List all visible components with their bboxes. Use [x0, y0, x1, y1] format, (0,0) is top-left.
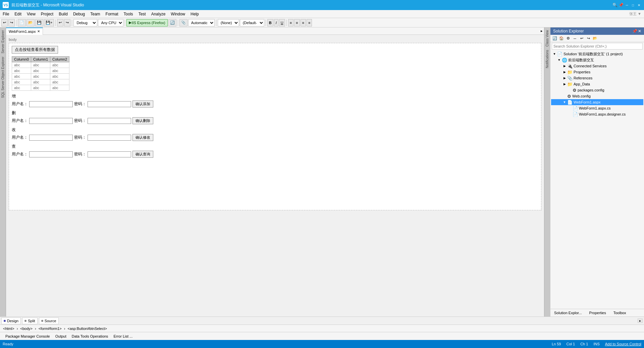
menu-window[interactable]: Window — [168, 10, 188, 18]
update-username-input[interactable] — [29, 135, 73, 141]
toolbar-save-all-btn[interactable]: 💾+ — [44, 19, 54, 26]
cs-expand-icon[interactable]: ▶ — [562, 63, 567, 69]
debug-config-dropdown[interactable]: Debug Release — [73, 19, 97, 26]
sol-refresh-btn[interactable]: 🔄 — [552, 36, 558, 42]
refresh-btn[interactable]: 🔄 — [168, 19, 176, 26]
breadcrumb-html[interactable]: <html> — [1, 326, 16, 331]
refs-expand-icon[interactable]: ▶ — [562, 75, 567, 81]
sol-pin-icon[interactable]: 📌 — [632, 29, 637, 33]
run-button[interactable]: ▶ IIS Express (Firefox) — [126, 19, 167, 26]
menu-help[interactable]: Help — [188, 10, 202, 18]
connected-services-item[interactable]: ▶ 🔌 Connected Services — [551, 63, 643, 69]
app-data-item[interactable]: ▶ 📁 App_Data — [551, 81, 643, 87]
query-password-input[interactable] — [88, 151, 131, 157]
delete-username-input[interactable] — [29, 118, 73, 124]
web-config-item[interactable]: ⚙ Web.config — [551, 93, 643, 99]
menu-view[interactable]: View — [24, 10, 38, 18]
menu-tools[interactable]: Tools — [121, 10, 136, 18]
webform-tab[interactable]: WebForm1.aspx ✕ — [6, 27, 43, 35]
source-tab[interactable]: Source — [39, 318, 59, 324]
toolbar-redo-btn[interactable]: ↪ — [64, 19, 70, 26]
toolbar-new-btn[interactable]: 📄 — [18, 19, 26, 26]
solution-expand-icon[interactable]: ▼ — [552, 51, 557, 57]
toolbar-undo-btn[interactable]: ↩ — [57, 19, 63, 26]
toolbar-open-btn[interactable]: 📂 — [26, 19, 35, 26]
class-view-tab[interactable]: Class View — [545, 29, 550, 48]
sol-toolbox-tab[interactable]: Toolbox — [610, 310, 629, 316]
align-right-btn[interactable]: ≡ — [301, 19, 306, 26]
source-control-btn[interactable]: Add to Source Control — [605, 342, 641, 346]
error-list-tab[interactable]: Error List ... — [111, 332, 135, 340]
data-tools-tab[interactable]: Data Tools Operations — [69, 332, 111, 340]
package-manager-tab[interactable]: Package Manager Console — [3, 332, 53, 340]
sol-expand-btn[interactable]: ↪ — [585, 36, 591, 42]
menu-edit[interactable]: Edit — [12, 10, 24, 18]
properties-item[interactable]: ▶ 📁 Properties — [551, 69, 643, 75]
webform-designer-item[interactable]: 📄 WebForm1.aspx.designer.cs — [551, 111, 643, 117]
design-tab[interactable]: Design — [1, 318, 21, 324]
delete-confirm-button[interactable]: 确认删除 — [132, 117, 153, 124]
sol-collapse-btn[interactable]: ─ — [572, 36, 578, 42]
minimize-button[interactable]: ─ — [625, 3, 629, 7]
breadcrumb-form[interactable]: <form#form1> — [37, 326, 63, 331]
menu-team[interactable]: Team — [88, 10, 103, 18]
sol-home-btn[interactable]: 🏠 — [558, 36, 565, 42]
default-dropdown[interactable]: (Default- — [240, 19, 264, 26]
search-icon[interactable]: 🔍 — [612, 3, 617, 7]
references-item[interactable]: ▶ 📎 References — [551, 75, 643, 81]
underline-btn[interactable]: U — [279, 19, 285, 26]
solution-search-input[interactable] — [552, 43, 643, 50]
packages-config-item[interactable]: ⚙ packages.config — [551, 87, 643, 93]
breadcrumb-body[interactable]: <body> — [18, 326, 34, 331]
sol-open-btn[interactable]: 📂 — [592, 36, 598, 42]
align-left-btn[interactable]: ≡ — [288, 19, 293, 26]
toolbar-save-btn[interactable]: 💾 — [35, 19, 43, 26]
notifications-tab[interactable]: Notifications — [545, 49, 550, 69]
bold-btn[interactable]: B — [267, 19, 273, 26]
breadcrumb-button[interactable]: <asp:Button#btnSelect> — [66, 326, 108, 331]
menu-build[interactable]: Build — [56, 10, 70, 18]
sql-explorer-tab[interactable]: SQL Server Object Explorer — [0, 55, 5, 99]
app-data-expand-icon[interactable]: ▶ — [562, 81, 567, 87]
project-expand-icon[interactable]: ▼ — [556, 57, 562, 63]
sol-properties-tab[interactable]: Properties — [586, 310, 609, 316]
output-tab[interactable]: Output — [53, 332, 69, 340]
more-btn[interactable]: ≡ — [307, 19, 312, 26]
close-tab-icon[interactable]: ✕ — [37, 29, 40, 33]
maximize-button[interactable]: □ — [631, 3, 635, 7]
toolbar-forward-btn[interactable]: ↪ — [8, 19, 15, 26]
update-password-input[interactable] — [88, 135, 131, 141]
format-dropdown[interactable]: Automatic — [188, 19, 215, 26]
platform-dropdown[interactable]: Any CPU — [98, 19, 123, 26]
props-expand-icon[interactable]: ▶ — [562, 69, 567, 75]
user-profile[interactable]: 张王 ▼ — [627, 11, 644, 16]
webform-cs-item[interactable]: 📄 WebForm1.aspx.cs — [551, 105, 643, 111]
add-confirm-button[interactable]: 确认添加 — [132, 100, 153, 108]
solution-root-item[interactable]: ▼ 📄 Solution '前后端数据交互' (1 project) — [551, 51, 643, 57]
wf-expand-icon[interactable]: ▼ — [562, 99, 567, 105]
delete-password-input[interactable] — [88, 118, 131, 124]
scroll-right-btn[interactable]: ▸ — [638, 319, 643, 323]
attach-btn[interactable]: 📎 — [179, 19, 187, 26]
menu-test[interactable]: Test — [136, 10, 149, 18]
split-tab[interactable]: Split — [22, 318, 37, 324]
project-item[interactable]: ▼ 🌐 前后端数据交互 — [551, 57, 643, 63]
add-username-input[interactable] — [29, 101, 73, 107]
italic-btn[interactable]: I — [274, 19, 278, 26]
none-dropdown[interactable]: (None) — [218, 19, 239, 26]
update-confirm-button[interactable]: 确认修改 — [132, 134, 153, 141]
pin-icon[interactable]: 📌 — [619, 3, 623, 7]
select-all-button[interactable]: 点击按钮查看所有数据 — [12, 46, 58, 54]
add-password-input[interactable] — [88, 101, 131, 107]
sol-filter-btn[interactable]: ⚙ — [565, 36, 571, 42]
sol-refresh2-btn[interactable]: ↩ — [579, 36, 585, 42]
menu-project[interactable]: Project — [38, 10, 56, 18]
menu-analyze[interactable]: Analyze — [149, 10, 168, 18]
webform-aspx-item[interactable]: ▼ 📄 WebForm1.aspx — [551, 99, 643, 105]
menu-file[interactable]: File — [0, 10, 12, 18]
align-center-btn[interactable]: ≡ — [294, 19, 300, 26]
toolbar-back-btn[interactable]: ↩ — [1, 19, 8, 26]
close-button[interactable]: ✕ — [637, 3, 641, 7]
menu-format[interactable]: Format — [103, 10, 121, 18]
menu-debug[interactable]: Debug — [70, 10, 88, 18]
